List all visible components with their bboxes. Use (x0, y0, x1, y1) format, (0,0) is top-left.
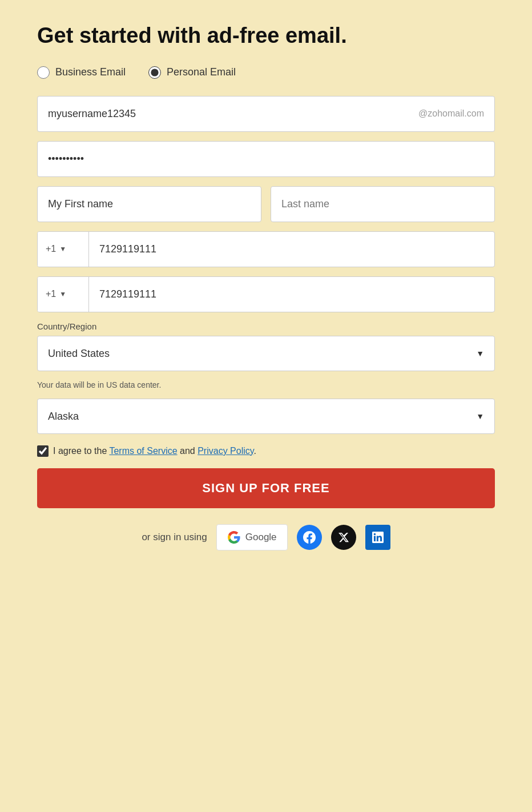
state-select[interactable]: Alaska Alabama Arizona Arkansas Californ… (38, 399, 494, 433)
last-name-input[interactable] (271, 186, 495, 222)
phone-code-label-1: +1 (46, 244, 56, 254)
country-select-wrapper: United States Canada United Kingdom ▼ (37, 336, 495, 371)
signup-button[interactable]: SIGN UP FOR FREE (37, 468, 495, 508)
business-email-radio[interactable] (37, 66, 50, 79)
last-name-group (271, 186, 495, 222)
terms-of-service-link[interactable]: Terms of Service (109, 446, 177, 456)
google-icon (227, 530, 241, 544)
phone-group-1: +1 ▼ (37, 231, 495, 267)
phone-code-label-2: +1 (46, 289, 56, 299)
phone-wrapper-2: +1 ▼ (37, 276, 495, 312)
password-input[interactable] (37, 141, 495, 177)
linkedin-signin-button[interactable] (365, 525, 390, 550)
personal-email-radio[interactable] (148, 66, 161, 79)
state-group: Alaska Alabama Arizona Arkansas Californ… (37, 399, 495, 434)
social-signin-text: or sign in using (142, 532, 207, 543)
country-select[interactable]: United States Canada United Kingdom (38, 336, 494, 371)
privacy-policy-link[interactable]: Privacy Policy (198, 446, 253, 456)
twitter-signin-button[interactable] (331, 525, 356, 550)
phone-number-input-1[interactable] (89, 232, 494, 267)
google-button-label: Google (245, 532, 277, 543)
terms-text-before: I agree to the (53, 446, 109, 456)
phone-group-2: +1 ▼ (37, 276, 495, 312)
terms-checkbox[interactable] (37, 445, 49, 457)
linkedin-icon (372, 532, 384, 543)
state-select-wrapper: Alaska Alabama Arizona Arkansas Californ… (37, 399, 495, 434)
personal-email-option[interactable]: Personal Email (148, 66, 236, 79)
email-type-selector: Business Email Personal Email (37, 66, 495, 79)
phone-dropdown-arrow-1: ▼ (59, 245, 66, 253)
twitter-icon (338, 532, 349, 543)
username-input[interactable] (48, 97, 418, 131)
terms-text-after: . (254, 446, 256, 456)
name-row (37, 186, 495, 222)
password-group (37, 141, 495, 177)
social-signin-section: or sign in using Google (37, 524, 495, 550)
first-name-input[interactable] (37, 186, 261, 222)
phone-wrapper-1: +1 ▼ (37, 231, 495, 267)
phone-number-input-2[interactable] (89, 277, 494, 312)
phone-code-1[interactable]: +1 ▼ (38, 232, 89, 267)
phone-code-2[interactable]: +1 ▼ (38, 277, 89, 312)
terms-text-mid: and (178, 446, 198, 456)
business-email-option[interactable]: Business Email (37, 66, 126, 79)
data-center-note: Your data will be in US data center. (37, 380, 495, 389)
terms-text: I agree to the Terms of Service and Priv… (53, 446, 256, 456)
personal-email-label: Personal Email (167, 66, 236, 78)
first-name-group (37, 186, 261, 222)
page-title: Get started with ad-free email. (37, 23, 495, 49)
terms-row: I agree to the Terms of Service and Priv… (37, 445, 495, 457)
country-group: Country/Region United States Canada Unit… (37, 321, 495, 371)
country-label: Country/Region (37, 321, 495, 331)
facebook-icon (303, 531, 316, 544)
facebook-signin-button[interactable] (297, 525, 322, 550)
google-signin-button[interactable]: Google (216, 524, 288, 550)
business-email-label: Business Email (55, 66, 126, 78)
phone-dropdown-arrow-2: ▼ (59, 290, 66, 298)
email-input-wrapper: @zohomail.com (37, 96, 495, 132)
email-domain: @zohomail.com (418, 108, 484, 119)
username-group: @zohomail.com (37, 96, 495, 132)
